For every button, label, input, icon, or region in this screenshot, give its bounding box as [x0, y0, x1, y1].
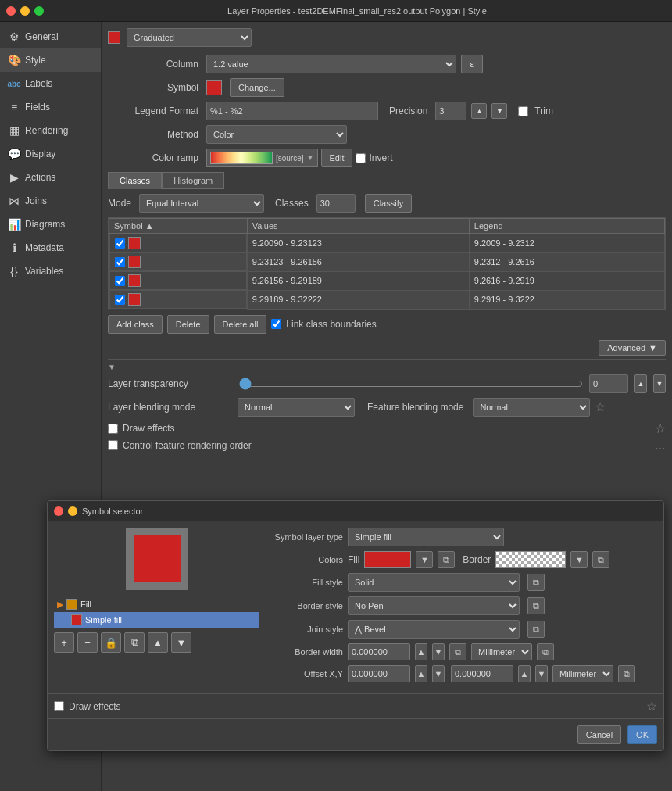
- precision-up-button[interactable]: ▲: [471, 103, 487, 119]
- ok-button[interactable]: OK: [627, 725, 657, 744]
- tab-histogram[interactable]: Histogram: [162, 172, 224, 189]
- row-checkbox[interactable]: [115, 238, 125, 249]
- transparency-down-button[interactable]: ▼: [653, 374, 666, 393]
- advanced-button[interactable]: Advanced ▼: [599, 340, 666, 356]
- mode-select[interactable]: Equal Interval: [139, 194, 264, 213]
- fill-style-copy-button[interactable]: ⧉: [527, 574, 545, 591]
- section-collapse-arrow[interactable]: ▼: [108, 363, 666, 371]
- remove-layer-button[interactable]: −: [77, 632, 98, 653]
- row-checkbox[interactable]: [115, 276, 125, 286]
- symbol-change-button[interactable]: Change...: [230, 78, 284, 97]
- join-style-copy-button[interactable]: ⧉: [527, 621, 545, 638]
- border-width-unit-select[interactable]: Millimeter: [471, 643, 532, 660]
- offset-unit-select[interactable]: Millimeter: [552, 665, 613, 682]
- color-ramp-selector[interactable]: [source] ▼: [206, 149, 318, 167]
- offset-x-down[interactable]: ▼: [432, 665, 445, 682]
- link-boundaries-checkbox[interactable]: [271, 319, 281, 329]
- sidebar-item-variables[interactable]: {} Variables: [0, 259, 101, 283]
- add-class-button[interactable]: Add class: [108, 315, 163, 334]
- dialog-star-icon[interactable]: ☆: [646, 699, 657, 714]
- sidebar-item-fields[interactable]: ≡ Fields: [0, 95, 101, 119]
- offset-x-up[interactable]: ▲: [415, 665, 427, 682]
- column-expr-button[interactable]: ε: [461, 55, 483, 73]
- row-values-cell: 9.26156 - 9.29189: [247, 271, 469, 290]
- sidebar-item-metadata[interactable]: ℹ Metadata: [0, 236, 101, 259]
- sidebar-item-labels[interactable]: abc Labels: [0, 72, 101, 95]
- border-width-unit-copy[interactable]: ⧉: [537, 643, 554, 660]
- table-row[interactable]: 9.20090 - 9.23123 9.2009 - 9.2312: [109, 234, 665, 253]
- join-style-select[interactable]: ⋀ Bevel: [348, 620, 520, 639]
- delete-button[interactable]: Delete: [167, 315, 209, 334]
- move-up-button[interactable]: ▲: [148, 632, 168, 653]
- sidebar-item-diagrams[interactable]: 📊 Diagrams: [0, 213, 101, 236]
- border-width-up[interactable]: ▲: [415, 643, 427, 660]
- delete-all-button[interactable]: Delete all: [214, 315, 267, 334]
- border-width-copy-button[interactable]: ⧉: [449, 643, 466, 660]
- add-layer-button[interactable]: +: [54, 632, 74, 653]
- precision-down-button[interactable]: ▼: [491, 103, 507, 119]
- offset-unit-copy[interactable]: ⧉: [618, 665, 635, 682]
- method-select[interactable]: Color: [206, 125, 347, 144]
- offset-y-down[interactable]: ▼: [535, 665, 548, 682]
- sidebar-item-general[interactable]: ⚙ General: [0, 25, 101, 48]
- dialog-close-button[interactable]: [54, 506, 63, 516]
- fill-color-dropdown[interactable]: ▼: [416, 551, 433, 568]
- transparency-slider[interactable]: [239, 378, 583, 390]
- sidebar-item-rendering[interactable]: ▦ Rendering: [0, 119, 101, 142]
- classes-input[interactable]: [316, 194, 356, 213]
- control-feature-more-icon[interactable]: …: [655, 439, 666, 452]
- border-width-input[interactable]: [348, 643, 410, 660]
- feature-blending-select[interactable]: Normal: [473, 398, 590, 417]
- draw-effects-checkbox[interactable]: [108, 424, 118, 434]
- row-checkbox[interactable]: [115, 257, 125, 267]
- sidebar-item-display[interactable]: 💬 Display: [0, 142, 101, 166]
- offset-y-up[interactable]: ▲: [518, 665, 531, 682]
- offset-y-input[interactable]: [451, 665, 513, 682]
- method-label: Method: [108, 129, 202, 140]
- minimize-window-button[interactable]: [20, 6, 30, 16]
- border-width-down[interactable]: ▼: [432, 643, 445, 660]
- control-feature-checkbox[interactable]: [108, 440, 118, 450]
- dialog-draw-effects-checkbox[interactable]: [54, 701, 64, 711]
- blending-star-icon[interactable]: ☆: [595, 399, 606, 414]
- fill-color-copy-button[interactable]: ⧉: [438, 551, 455, 568]
- sidebar-item-style[interactable]: 🎨 Style: [0, 48, 101, 72]
- simple-fill-item[interactable]: Simple fill: [54, 612, 259, 628]
- offset-x-input[interactable]: [348, 665, 410, 682]
- tab-classes[interactable]: Classes: [108, 172, 162, 189]
- symbol-layer-type-select[interactable]: Simple fill: [348, 528, 504, 546]
- dialog-minimize-button[interactable]: [68, 506, 77, 516]
- table-row[interactable]: 9.29189 - 9.32222 9.2919 - 9.3222: [109, 290, 665, 309]
- border-style-select[interactable]: No Pen: [348, 596, 520, 615]
- column-select[interactable]: 1.2 value: [206, 55, 456, 73]
- renderer-type-select[interactable]: Graduated: [127, 28, 252, 47]
- fill-style-select[interactable]: Solid: [348, 573, 520, 592]
- border-style-copy-button[interactable]: ⧉: [527, 597, 545, 614]
- border-color-copy-button[interactable]: ⧉: [592, 551, 609, 568]
- close-window-button[interactable]: [6, 6, 16, 16]
- maximize-window-button[interactable]: [34, 6, 44, 16]
- border-color-swatch[interactable]: [495, 551, 566, 568]
- invert-checkbox[interactable]: [356, 153, 366, 163]
- move-down-button[interactable]: ▼: [171, 632, 191, 653]
- transparency-value-input[interactable]: [589, 374, 628, 393]
- table-row[interactable]: 9.23123 - 9.26156 9.2312 - 9.2616: [109, 252, 665, 271]
- layer-blending-select[interactable]: Normal: [238, 398, 355, 417]
- lock-layer-button[interactable]: 🔒: [101, 632, 121, 653]
- color-ramp-edit-button[interactable]: Edit: [321, 149, 353, 167]
- precision-input[interactable]: [435, 102, 466, 120]
- row-checkbox[interactable]: [115, 295, 125, 305]
- advanced-dropdown-arrow: ▼: [649, 343, 657, 353]
- duplicate-layer-button[interactable]: ⧉: [124, 632, 145, 653]
- fill-color-swatch[interactable]: [364, 551, 411, 568]
- cancel-button[interactable]: Cancel: [577, 725, 621, 744]
- classify-button[interactable]: Classify: [365, 194, 413, 213]
- transparency-up-button[interactable]: ▲: [634, 374, 647, 393]
- sidebar-item-actions[interactable]: ▶ Actions: [0, 166, 101, 189]
- draw-effects-star-icon[interactable]: ☆: [655, 421, 666, 436]
- trim-checkbox[interactable]: [518, 106, 528, 116]
- table-row[interactable]: 9.26156 - 9.29189 9.2616 - 9.2919: [109, 271, 665, 290]
- legend-format-input[interactable]: [206, 102, 378, 120]
- border-color-dropdown[interactable]: ▼: [570, 551, 588, 568]
- sidebar-item-joins[interactable]: ⋈ Joins: [0, 189, 101, 213]
